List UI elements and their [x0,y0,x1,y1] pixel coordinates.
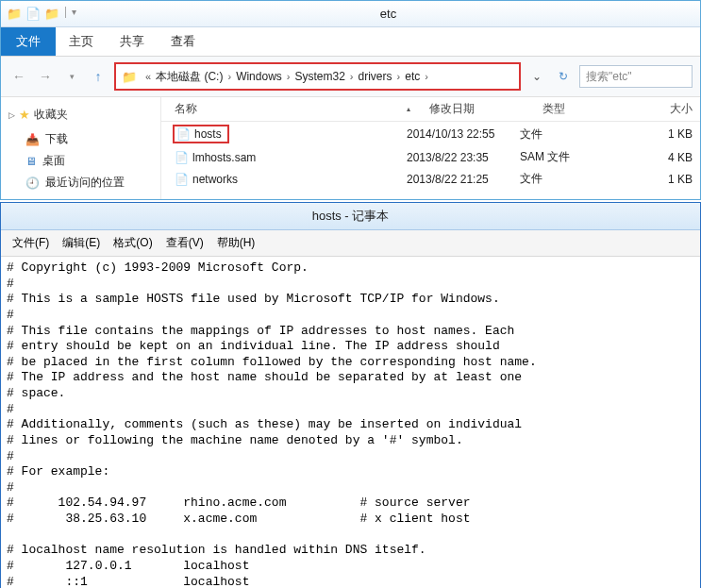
address-dropdown[interactable]: ⌄ [526,70,547,83]
file-size: 1 KB [614,127,700,141]
file-row[interactable]: networks2013/8/22 21:25文件1 KB [161,168,700,190]
breadcrumb[interactable]: Windows [236,70,282,83]
sidebar-item[interactable]: 最近访问的位置 [8,172,153,193]
file-list: 名称 ▴ 修改日期 类型 大小 hosts2014/10/13 22:55文件1… [161,97,700,199]
file-icon [175,173,192,186]
refresh-button[interactable]: ↻ [553,70,574,83]
col-name[interactable]: 名称 [161,101,407,117]
notepad-body[interactable]: # Copyright (c) 1993-2009 Microsoft Corp… [1,257,700,588]
file-type: 文件 [520,171,614,187]
breadcrumb[interactable]: drivers [359,70,392,83]
chevron-right-icon: › [345,71,359,82]
sidebar-item[interactable]: 桌面 [8,150,153,172]
back-button[interactable]: ← [8,66,29,87]
paper-icon [25,7,41,22]
col-size[interactable]: 大小 [637,101,700,117]
file-name: networks [161,173,407,186]
sort-icon: ▴ [407,105,429,113]
window-title: etc [82,7,694,21]
col-date[interactable]: 修改日期 [429,101,542,117]
file-type: SAM 文件 [520,149,614,165]
file-date: 2013/8/22 23:35 [407,151,520,164]
titlebar: │ ▾ etc [1,1,700,27]
breadcrumb[interactable]: System32 [294,70,344,83]
breadcrumb[interactable]: etc [405,70,420,83]
file-date: 2014/10/13 22:55 [407,127,520,141]
menu-item[interactable]: 查看(V) [160,233,209,253]
search-placeholder: 搜索"etc" [586,69,632,85]
address-bar[interactable]: « 本地磁盘 (C:)›Windows›System32›drivers›etc… [114,62,521,91]
recent-ico [25,176,40,190]
notepad-window: hosts - 记事本 文件(F)编辑(E)格式(O)查看(V)帮助(H) # … [0,202,701,588]
collapse-icon: ▷ [8,110,15,120]
recent-dropdown[interactable]: ▾ [61,66,82,87]
nav-row: ← → ▾ ↑ « 本地磁盘 (C:)›Windows›System32›dri… [1,57,700,97]
chevron-right-icon: › [420,71,433,82]
desk-ico [25,155,37,168]
chevron-right-icon: › [392,71,406,82]
folder-icon [7,7,22,22]
file-icon [175,151,192,164]
chevron-right-icon: › [282,71,295,82]
notepad-title: hosts - 记事本 [1,203,700,230]
qat-separator: │ ▾ [63,7,76,22]
dl-ico [25,133,40,146]
menu-item[interactable]: 文件(F) [7,233,55,253]
search-input[interactable]: 搜索"etc" [579,65,693,88]
file-size: 4 KB [614,151,700,164]
sidebar: ▷ 收藏夹 下载桌面最近访问的位置 [1,97,161,199]
file-date: 2013/8/22 21:25 [407,173,520,186]
menu-item[interactable]: 编辑(E) [57,233,106,253]
file-name: lmhosts.sam [161,151,407,164]
hosts-text: # Copyright (c) 1993-2009 Microsoft Corp… [7,260,537,588]
folder-icon [44,7,59,22]
file-row[interactable]: hosts2014/10/13 22:55文件1 KB [161,122,700,146]
ribbon-tab[interactable]: 主页 [56,27,107,56]
file-type: 文件 [520,126,614,143]
column-headers: 名称 ▴ 修改日期 类型 大小 [161,97,700,122]
menu-item[interactable]: 格式(O) [108,233,158,253]
file-row[interactable]: lmhosts.sam2013/8/22 23:35SAM 文件4 KB [161,146,700,168]
file-icon [176,127,194,141]
file-tab[interactable]: 文件 [1,27,56,56]
ribbon-tab[interactable]: 查看 [158,27,209,56]
sidebar-item[interactable]: 下载 [8,128,153,150]
star-icon [19,108,30,122]
col-type[interactable]: 类型 [542,101,637,117]
up-button[interactable]: ↑ [88,66,108,87]
file-name: hosts [161,125,407,143]
folder-icon [122,69,137,84]
notepad-menu: 文件(F)编辑(E)格式(O)查看(V)帮助(H) [1,230,700,257]
ribbon-tab[interactable]: 共享 [107,27,158,56]
chevron-icon: « [141,71,156,82]
forward-button[interactable]: → [35,66,56,87]
ribbon: 文件 主页共享查看 [1,27,700,57]
explorer-window: │ ▾ etc 文件 主页共享查看 ← → ▾ ↑ « 本地磁盘 (C:)›Wi… [0,0,701,200]
chevron-right-icon: › [223,71,236,82]
breadcrumb[interactable]: 本地磁盘 (C:) [156,70,223,83]
menu-item[interactable]: 帮助(H) [211,233,261,253]
file-size: 1 KB [614,173,700,186]
favorites-header[interactable]: ▷ 收藏夹 [8,107,153,123]
